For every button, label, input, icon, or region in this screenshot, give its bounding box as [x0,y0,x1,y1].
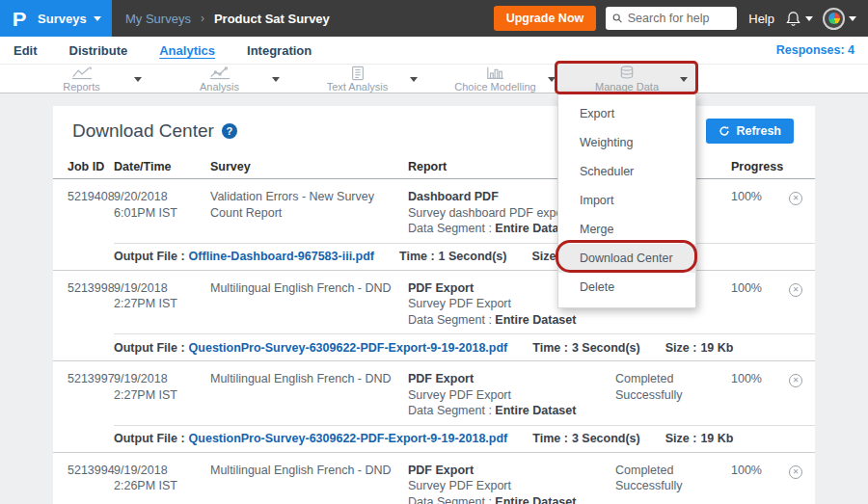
chevron-down-icon [94,16,101,21]
upgrade-now-button[interactable]: Upgrade Now [494,6,597,31]
data-segment-value: Entire Dataset [495,313,576,327]
job-id-cell: 5213994 [68,463,114,479]
chevron-down-icon [805,16,813,21]
gauge-icon [828,13,840,24]
refresh-button[interactable]: Refresh [706,119,794,144]
status-cell: Completed Successfully [615,463,712,494]
time-label: Time : [399,250,435,263]
toolbar-label: Analysis [150,82,288,93]
toolbar-choice-modelling[interactable]: Choice Modelling [426,65,564,93]
output-file-label: Output File : [114,432,185,445]
table-header-row: Job ID Date/Time Survey Report Progress [53,154,815,179]
report-cell: PDF Export Survey PDF Export Data Segmen… [408,463,615,504]
cancel-job-icon[interactable] [789,192,802,205]
header-progress: Progress [712,160,770,173]
menu-item-download-center[interactable]: Download Center [558,244,695,273]
size-label: Size : [665,341,697,355]
breadcrumb-current: Product Sat Survey [214,12,330,26]
menu-item-merge[interactable]: Merge [558,215,695,244]
menu-item-export[interactable]: Export [558,99,695,128]
menu-item-scheduler[interactable]: Scheduler [558,157,695,186]
datetime-cell: 9/19/2018 2:26PM IST [114,463,210,494]
table-row: 5213998 9/19/2018 2:27PM IST Multilingua… [53,271,815,334]
output-file-label: Output File : [114,250,185,263]
search-input[interactable] [628,12,731,25]
header-survey: Survey [210,160,408,173]
question-circle-icon[interactable] [222,123,237,139]
menu-item-weighting[interactable]: Weighting [558,128,695,157]
table-row: 5213997 9/19/2018 2:27PM IST Multilingua… [53,361,815,425]
account-menu[interactable] [823,8,856,30]
notifications-menu[interactable] [785,11,813,27]
report-type: PDF Export [408,463,606,479]
breadcrumb: My Surveys › Product Sat Survey [125,12,330,26]
breadcrumb-separator: › [201,12,204,25]
chevron-down-icon[interactable] [272,77,280,82]
data-segment-label: Data Segment : [408,495,492,504]
header-datetime: Date/Time [114,160,210,173]
toolbar-label: Text Analysis [288,82,426,93]
toolbar-analysis[interactable]: Analysis [150,65,288,93]
toolbar-text-analysis[interactable]: Text Analysis [288,65,426,93]
chevron-down-icon[interactable] [548,77,556,82]
report-description: Survey PDF Export [408,387,606,404]
product-menu[interactable]: P Surveys [0,0,112,37]
size-value: 19 Kb [700,341,733,355]
tab-integration[interactable]: Integration [247,43,312,58]
text-document-icon [288,66,426,82]
download-center-panel: Download Center Refresh Job ID Date/Time… [53,106,815,504]
data-segment-label: Data Segment : [408,222,492,235]
output-file-link[interactable]: QuestionPro-Survey-6309622-PDF-Export-9-… [189,432,508,445]
help-link[interactable]: Help [748,12,774,26]
app-window: P Surveys My Surveys › Product Sat Surve… [0,0,868,504]
output-file-row: Output File : QuestionPro-Survey-6309622… [114,425,815,452]
data-segment-label: Data Segment : [408,313,492,327]
tab-distribute[interactable]: Distribute [69,43,128,58]
product-menu-label: Surveys [38,12,87,26]
cancel-job-icon[interactable] [789,283,802,297]
chevron-down-icon[interactable] [680,77,688,82]
survey-nav-tabs: Edit Distribute Analytics Integration Re… [0,37,868,64]
output-file-link[interactable]: Offline-Dashboard-967583-iii.pdf [189,250,374,263]
output-file-link[interactable]: QuestionPro-Survey-6309622-PDF-Export-9-… [189,341,508,355]
header-job-id: Job ID [68,160,114,173]
report-cell: PDF Export Survey PDF Export Data Segmen… [408,371,615,419]
refresh-label: Refresh [736,124,781,138]
cancel-job-icon[interactable] [789,374,802,387]
toolbar-manage-data[interactable]: Manage Data [557,65,696,93]
help-search-box[interactable] [606,7,737,30]
menu-item-delete[interactable]: Delete [558,273,695,302]
report-description: Survey PDF Export [408,478,606,494]
progress-cell: 100% [712,371,770,387]
datetime-cell: 9/19/2018 2:27PM IST [114,280,210,312]
progress-cell: 100% [712,189,770,205]
top-header-bar: P Surveys My Surveys › Product Sat Surve… [0,0,868,37]
datetime-cell: 9/20/2018 6:01PM IST [114,189,210,221]
tab-edit[interactable]: Edit [14,43,38,58]
table-row: 5219408 9/20/2018 6:01PM IST Validation … [53,179,815,243]
chevron-down-icon[interactable] [134,77,142,82]
cancel-job-icon[interactable] [789,465,802,479]
time-label: Time : [532,432,568,445]
survey-cell: Multilingual English French - DND [210,371,408,387]
progress-cell: 100% [712,463,770,479]
survey-cell: Multilingual English French - DND [210,280,408,297]
page-title: Download Center [72,120,237,142]
report-type: PDF Export [408,371,606,387]
size-value: 19 Kb [700,432,733,445]
job-id-cell: 5213998 [68,280,114,297]
data-segment-label: Data Segment : [408,404,492,417]
menu-item-import[interactable]: Import [558,186,695,215]
tab-analytics[interactable]: Analytics [159,43,215,58]
survey-cell: Multilingual English French - DND [210,463,408,479]
job-id-cell: 5213997 [68,371,114,387]
analytics-toolbar: Reports Analysis Text [0,64,868,93]
survey-cell: Validation Errors - New Survey Count Rep… [210,189,408,221]
chevron-down-icon[interactable] [410,77,418,82]
breadcrumb-parent-link[interactable]: My Surveys [125,12,191,26]
trend-chart-icon [150,66,288,82]
table-row: 5213994 9/19/2018 2:26PM IST Multilingua… [53,453,815,504]
toolbar-reports[interactable]: Reports [13,65,150,93]
time-label: Time : [532,341,568,355]
responses-count[interactable]: Responses: 4 [776,43,854,57]
